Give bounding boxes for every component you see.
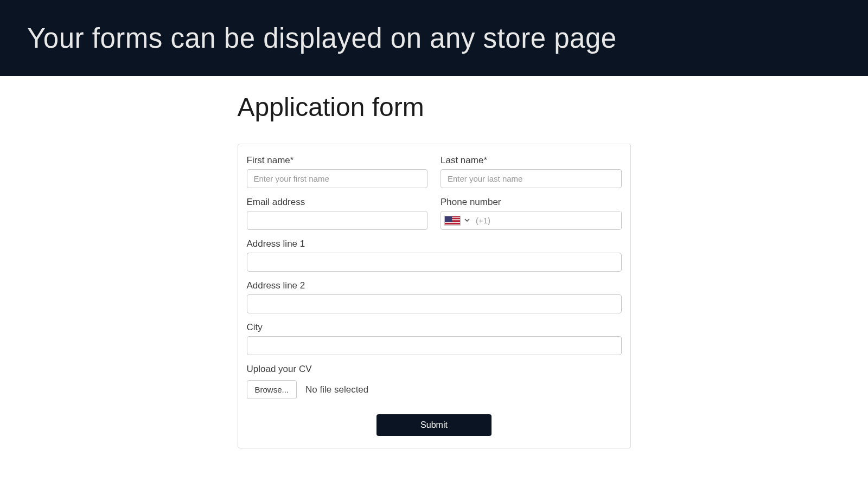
page-header: Your forms can be displayed on any store…: [0, 0, 868, 76]
form-row-contact: Email address Phone number: [247, 197, 622, 230]
browse-button[interactable]: Browse...: [247, 380, 297, 399]
address2-group: Address line 2: [247, 280, 622, 313]
city-input[interactable]: [247, 336, 622, 355]
phone-group: Phone number: [441, 197, 622, 230]
email-label: Email address: [247, 197, 428, 208]
us-flag-icon[interactable]: [444, 216, 461, 226]
phone-input-wrapper: [441, 211, 622, 230]
upload-status: No file selected: [305, 384, 368, 395]
chevron-down-icon[interactable]: [464, 216, 470, 226]
form-row-name: First name* Last name*: [247, 155, 622, 188]
first-name-group: First name*: [247, 155, 428, 188]
submit-row: Submit: [247, 414, 622, 436]
email-input[interactable]: [247, 211, 428, 230]
phone-input[interactable]: [475, 211, 621, 229]
address2-label: Address line 2: [247, 280, 622, 291]
first-name-input[interactable]: [247, 169, 428, 188]
city-label: City: [247, 322, 622, 333]
form-card: First name* Last name* Email address Pho…: [238, 144, 631, 448]
email-group: Email address: [247, 197, 428, 230]
address1-input[interactable]: [247, 253, 622, 272]
upload-row: Browse... No file selected: [247, 380, 622, 399]
form-title: Application form: [238, 92, 631, 122]
header-title: Your forms can be displayed on any store…: [27, 22, 617, 54]
address1-label: Address line 1: [247, 239, 622, 249]
last-name-input[interactable]: [441, 169, 622, 188]
last-name-group: Last name*: [441, 155, 622, 188]
city-group: City: [247, 322, 622, 355]
submit-button[interactable]: Submit: [376, 414, 492, 436]
last-name-label: Last name*: [441, 155, 622, 166]
upload-group: Upload your CV Browse... No file selecte…: [247, 364, 622, 399]
form-wrapper: Application form First name* Last name* …: [238, 92, 631, 448]
upload-label: Upload your CV: [247, 364, 622, 375]
address2-input[interactable]: [247, 294, 622, 313]
first-name-label: First name*: [247, 155, 428, 166]
content-area: Application form First name* Last name* …: [0, 76, 868, 448]
address1-group: Address line 1: [247, 239, 622, 272]
phone-label: Phone number: [441, 197, 622, 208]
